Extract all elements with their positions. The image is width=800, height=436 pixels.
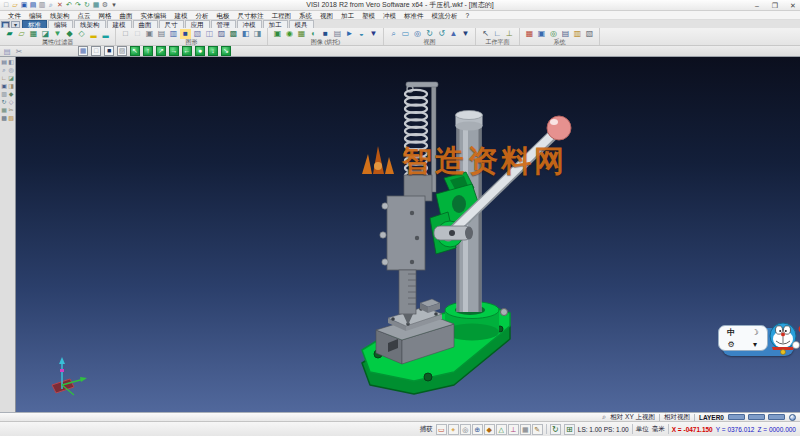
left-view-icon[interactable]: ← (182, 46, 192, 56)
trim-icon[interactable]: ✂ (8, 107, 14, 114)
tab-die[interactable]: 冲模 (237, 20, 262, 28)
render-scene-icon[interactable]: ▣ (272, 29, 283, 39)
workplane-normal-icon[interactable]: ⊥ (504, 29, 515, 39)
menu-drawing[interactable]: 工程图 (268, 11, 296, 20)
shaded-edges-icon[interactable]: ■ (180, 29, 191, 39)
endpoint-snap-icon[interactable]: ▭ (436, 424, 447, 435)
render-sphere-icon[interactable] (789, 414, 796, 421)
transparent-icon[interactable]: ◫ (204, 29, 215, 39)
menu-system[interactable]: 系统 (295, 11, 316, 20)
shade-white-icon[interactable]: □ (132, 29, 143, 39)
material-icon[interactable]: ◉ (284, 29, 295, 39)
tab-wireframe[interactable]: 线架构 (74, 20, 106, 28)
attr-layer-icon[interactable]: ▦ (28, 29, 39, 39)
view-search-icon[interactable]: ⌕ (602, 413, 606, 421)
refresh-icon[interactable]: ↻ (83, 1, 91, 9)
minimize-button[interactable]: – (752, 0, 762, 11)
viewport-layout-icon[interactable]: ▦ (78, 46, 88, 56)
axon-view-icon[interactable]: ↘ (221, 46, 231, 56)
props-icon[interactable]: ▧ (8, 115, 14, 122)
printer-icon[interactable]: ▧ (584, 29, 595, 39)
render-sel-icon[interactable]: ▩ (228, 29, 239, 39)
lever-ball[interactable] (547, 116, 571, 140)
shadow-icon[interactable]: ◧ (240, 29, 251, 39)
tab-surface[interactable]: 曲面 (133, 20, 158, 28)
zoom-extents-icon[interactable]: ◎ (412, 29, 423, 39)
save-all-icon[interactable]: ▤ (29, 1, 37, 9)
menu-edit[interactable]: 编辑 (25, 11, 46, 20)
pan-icon[interactable]: ◧ (8, 59, 14, 66)
right-view-icon[interactable]: → (169, 46, 179, 56)
midpoint-snap-icon[interactable]: ⌖ (448, 424, 459, 435)
menu-mesh[interactable]: 网格 (95, 11, 116, 20)
iso-view-icon[interactable]: ↖ (130, 46, 140, 56)
menu-dimension[interactable]: 尺寸标注 (234, 11, 268, 20)
menu-die[interactable]: 冲模 (379, 11, 400, 20)
tab-dimension[interactable]: 尺寸 (159, 20, 184, 28)
view-gray-icon[interactable]: ▨ (117, 46, 127, 56)
pan-view-icon[interactable]: ↺ (436, 29, 447, 39)
prev-view-icon[interactable]: ▲ (448, 29, 459, 39)
tab-edit[interactable]: 编辑 (48, 20, 73, 28)
menu-wireframe[interactable]: 线架构 (46, 11, 74, 20)
menu-surface[interactable]: 曲面 (116, 11, 137, 20)
tab-modeling[interactable]: 建模 (107, 20, 132, 28)
zoom-in-icon[interactable]: ⌕ (1, 67, 7, 74)
rotate-view-icon[interactable]: ↻ (424, 29, 435, 39)
tab-standard[interactable]: 标准 (22, 20, 47, 28)
qat-dropdown-icon[interactable]: ▾ (110, 1, 118, 9)
ime-toolbar[interactable]: 中 ☽ ⚙ ▾ (716, 319, 800, 367)
menu-machining[interactable]: 加工 (337, 11, 358, 20)
erase-icon[interactable]: ◨ (8, 83, 14, 90)
ime-panel[interactable]: 中 ☽ ⚙ ▾ (718, 325, 768, 351)
menu-analysis[interactable]: 分析 (192, 11, 213, 20)
zoom-out-icon[interactable]: ◎ (8, 67, 14, 74)
tangent-snap-icon[interactable]: △ (496, 424, 507, 435)
pen-snap-icon[interactable]: ✎ (532, 424, 543, 435)
palette-icon[interactable]: ▦ (524, 29, 535, 39)
zoom-icon[interactable]: ⌕ (388, 29, 399, 39)
info-icon[interactable]: ▣ (1, 83, 7, 90)
screen-icon[interactable]: ▣ (536, 29, 547, 39)
ime-skin-icon[interactable]: ⚙ (727, 340, 734, 349)
workspace-icon[interactable]: ▦ (1, 21, 10, 28)
section-icon[interactable]: ▨ (216, 29, 227, 39)
maximize-button[interactable]: ❐ (770, 0, 780, 11)
move-icon[interactable]: ◆ (8, 91, 14, 98)
tab-mould[interactable]: 模具 (289, 20, 314, 28)
close-button[interactable]: ✕ (788, 0, 798, 11)
attr-line-icon[interactable]: ▱ (16, 29, 27, 39)
refresh-snap-icon[interactable]: ↻ (550, 424, 561, 435)
menu-electrode[interactable]: 电极 (213, 11, 234, 20)
menu-standard-parts[interactable]: 标准件 (400, 11, 428, 20)
shade-flat-icon[interactable]: ▣ (144, 29, 155, 39)
animate-icon[interactable]: ► (344, 29, 355, 39)
globe-icon[interactable]: ◎ (548, 29, 559, 39)
wireframe-icon[interactable]: ▥ (168, 29, 179, 39)
menu-help[interactable]: ? (462, 11, 474, 20)
intersection-snap-icon[interactable]: ⊕ (472, 424, 483, 435)
delete-icon[interactable]: ✕ (56, 1, 64, 9)
filter-solid-icon[interactable]: ◆ (64, 29, 75, 39)
select-icon[interactable]: ▤ (1, 59, 7, 66)
measure-icon[interactable]: ∟ (1, 75, 7, 82)
cursor-workplane-icon[interactable]: ↖ (480, 29, 491, 39)
workplane-axis-icon[interactable]: ∟ (492, 29, 503, 39)
bottom-view-icon[interactable]: ↓ (208, 46, 218, 56)
front-view-icon[interactable]: ↗ (156, 46, 166, 56)
tab-manage[interactable]: 管理 (211, 20, 236, 28)
filter-face-icon[interactable]: ◇ (76, 29, 87, 39)
stereo-icon[interactable]: ◒ (356, 29, 367, 39)
reflect-icon[interactable]: ◨ (252, 29, 263, 39)
grid-toggle-icon[interactable]: ⊞ (564, 424, 575, 435)
paste-icon[interactable]: ▤ (2, 47, 12, 56)
menu-modeling[interactable]: 建模 (171, 11, 192, 20)
grid-settings-icon[interactable]: ▤ (560, 29, 571, 39)
active-layer[interactable]: LAYER0 (699, 414, 724, 421)
texture-icon[interactable]: ▦ (296, 29, 307, 39)
attr-color-icon[interactable]: ▰ (4, 29, 15, 39)
rotate-icon[interactable]: ↻ (1, 99, 7, 106)
menu-pointcloud[interactable]: 点云 (74, 11, 95, 20)
redo-icon[interactable]: ↷ (74, 1, 82, 9)
print-icon[interactable]: ▥ (38, 1, 46, 9)
